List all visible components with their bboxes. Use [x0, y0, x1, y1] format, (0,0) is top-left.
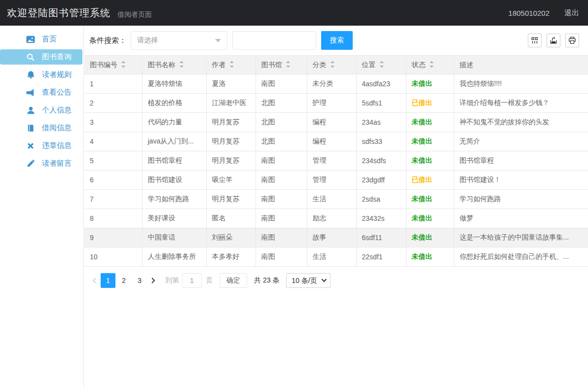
search-toolbar: 条件搜索： 请选择 搜索 [84, 26, 588, 55]
top-header: 欢迎登陆图书管理系统 借阅者页面 1805010202 退出 [0, 0, 588, 26]
page-number-button[interactable]: 1 [101, 273, 115, 288]
sort-icon[interactable] [179, 61, 184, 70]
search-icon [26, 52, 36, 62]
cell-status: 未借出 [406, 113, 454, 132]
column-header-author[interactable]: 作者 [206, 56, 256, 74]
cell-status: 未借出 [406, 247, 454, 267]
book-icon [26, 123, 36, 133]
columns-filter-icon[interactable] [528, 34, 542, 47]
search-condition-select[interactable]: 请选择 [131, 31, 227, 50]
sort-icon[interactable] [379, 61, 384, 70]
prev-page-icon[interactable] [89, 273, 100, 288]
goto-page-input[interactable] [182, 273, 202, 288]
sidebar-item[interactable]: 读者规则 [0, 67, 82, 82]
cell-book-id: 6 [84, 171, 142, 190]
sort-icon[interactable] [286, 61, 291, 70]
cell-book-id: 8 [84, 209, 142, 228]
cell-category: 故事 [307, 228, 356, 247]
cell-book-name: java从入门到... [142, 132, 206, 151]
cell-category: 管理 [307, 171, 356, 190]
sidebar-item[interactable]: 违章信息 [0, 138, 82, 153]
sidebar-item[interactable]: 图书查询 [0, 49, 82, 65]
cell-author: 夏洛 [206, 74, 256, 94]
cell-status: 未借出 [406, 209, 454, 228]
cell-status: 未借出 [406, 151, 454, 171]
picture-icon [26, 35, 36, 44]
cell-library: 南图 [256, 228, 307, 247]
cell-library: 南图 [256, 190, 307, 209]
table-row: 4java从入门到...明月复苏北图编程sdfs33未借出无简介 [84, 132, 588, 151]
sidebar: 首页 图书查询 读者规则 查看公告 个人信息 借阅信息 违章信息 读者留言 [0, 26, 84, 388]
cell-category: 生活 [307, 247, 356, 267]
sidebar-item[interactable]: 个人信息 [0, 103, 82, 118]
page-number-button[interactable]: 3 [132, 273, 147, 288]
cell-author: 明月复苏 [206, 113, 256, 132]
sidebar-item-label: 读者留言 [42, 159, 72, 168]
table-row: 7学习如何跑路明月复苏南图生活2sdsa未借出学习如何跑路 [84, 190, 588, 209]
cell-author: 明月复苏 [206, 190, 256, 209]
sort-icon[interactable] [330, 61, 335, 70]
cell-description: 图书馆建设！ [454, 171, 588, 190]
cell-book-name: 植发的价格 [142, 94, 206, 113]
cell-location: 2sdsa [356, 190, 406, 209]
close-icon [26, 141, 36, 151]
sort-icon[interactable] [229, 61, 234, 70]
status-badge: 未借出 [412, 233, 433, 241]
table-row: 9中国童话刘丽朵南图故事6sdf11未借出这是一本给孩子的中国童话故事集... [84, 228, 588, 247]
cell-book-name: 代码的力量 [142, 113, 206, 132]
sort-icon[interactable] [429, 61, 434, 70]
cell-book-name: 美好课设 [142, 209, 206, 228]
column-header-book-id[interactable]: 图书编号 [84, 56, 142, 74]
sidebar-item[interactable]: 查看公告 [0, 85, 82, 100]
page-unit-label: 页 [206, 276, 213, 285]
cell-description: 无简介 [454, 132, 588, 151]
column-header-category[interactable]: 分类 [307, 56, 356, 74]
user-icon [26, 106, 36, 115]
table-body: 1夏洛特烦恼夏洛南图未分类4asdfa23未借出我也特烦恼!!!!2植发的价格江… [84, 74, 588, 267]
sidebar-item-label: 违章信息 [42, 141, 72, 150]
cell-author: 刘丽朵 [206, 228, 256, 247]
export-icon[interactable] [547, 34, 560, 47]
search-input[interactable] [232, 31, 316, 50]
sidebar-item-label: 查看公告 [42, 88, 72, 97]
logout-button[interactable]: 退出 [564, 8, 579, 18]
chevron-down-icon [215, 39, 221, 42]
sidebar-item[interactable]: 读者留言 [0, 156, 82, 171]
search-button[interactable]: 搜索 [321, 31, 353, 50]
cell-location: 23dgdff [356, 171, 406, 190]
cell-location: 23432s [356, 209, 406, 228]
cell-book-name: 夏洛特烦恼 [142, 74, 206, 94]
cell-author: 明月复苏 [206, 151, 256, 171]
cell-category: 未分类 [307, 74, 356, 94]
print-icon[interactable] [565, 34, 579, 47]
column-header-library[interactable]: 图书馆 [256, 56, 307, 74]
table-row: 3代码的力量明月复苏北图编程234as未借出神不知鬼不觉的拔掉你的头发 [84, 113, 588, 132]
page-subtitle: 借阅者页面 [117, 10, 152, 19]
pagination: 123 到第 页 确定 共 23 条 10 条/页 [84, 267, 588, 288]
goto-confirm-button[interactable]: 确定 [220, 273, 247, 288]
cell-location: 234as [356, 113, 406, 132]
page-number-button[interactable]: 2 [116, 273, 131, 288]
sidebar-item[interactable]: 借阅信息 [0, 120, 82, 136]
table-row: 6图书馆建设吸尘羊南图管理23dgdff已借出图书馆建设！ [84, 171, 588, 190]
column-header-book-name[interactable]: 图书名称 [142, 56, 206, 74]
column-header-status[interactable]: 状态 [406, 56, 454, 74]
per-page-select[interactable]: 10 条/页 [286, 273, 331, 288]
sidebar-item[interactable]: 首页 [0, 32, 82, 47]
cell-status: 未借出 [406, 132, 454, 151]
cell-category: 生活 [307, 190, 356, 209]
status-badge: 未借出 [412, 195, 433, 203]
next-page-icon[interactable] [147, 273, 158, 288]
cell-book-id: 4 [84, 132, 142, 151]
table-row: 5图书馆章程明月复苏南图管理234sdfs未借出图书馆章程 [84, 151, 588, 171]
status-badge: 未借出 [412, 252, 433, 260]
table-header-row: 图书编号图书名称作者图书馆分类位置状态描述 [84, 56, 588, 74]
cell-book-id: 5 [84, 151, 142, 171]
cell-status: 未借出 [406, 228, 454, 247]
sidebar-item-label: 图书查询 [42, 52, 72, 62]
table-row: 10人生删除事务所本多孝好南图生活22sdf1未借出你想好死后如何处理自己的手机… [84, 247, 588, 267]
status-badge: 已借出 [412, 176, 433, 183]
cell-author: 江湖老中医 [206, 94, 256, 113]
column-header-location[interactable]: 位置 [356, 56, 406, 74]
sort-icon[interactable] [121, 61, 126, 70]
